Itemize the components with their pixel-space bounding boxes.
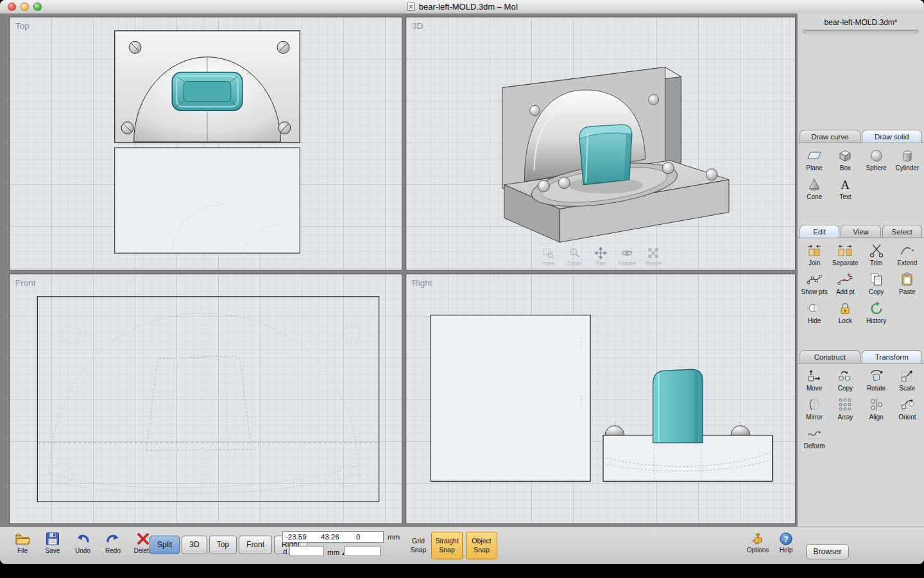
straight-snap-toggle[interactable]: Straight Snap	[431, 532, 463, 559]
tool-extend[interactable]: Extend	[892, 240, 923, 269]
mirror-icon	[806, 396, 823, 413]
tab-draw-curve[interactable]: Draw curve	[800, 130, 860, 143]
tool-copy-transform[interactable]: Copy	[830, 365, 860, 394]
tab-edit[interactable]: Edit	[800, 225, 839, 238]
viewport-front[interactable]: Front	[9, 274, 402, 524]
file-tools: File Save Undo Redo Delete	[9, 530, 157, 554]
save-button[interactable]: Save	[39, 530, 66, 554]
units-label: mm	[388, 533, 400, 541]
view-navigation-controls: Area Zoom Pan Rotate Reset	[536, 247, 665, 267]
rotate-view-icon	[620, 247, 633, 259]
tool-mirror[interactable]: Mirror	[799, 394, 830, 423]
distance-input[interactable]	[289, 546, 324, 556]
history-icon	[868, 300, 885, 317]
tool-move[interactable]: Move	[799, 365, 830, 394]
tab-draw-solid[interactable]: Draw solid	[862, 130, 923, 143]
tool-align[interactable]: Align	[861, 394, 892, 423]
options-button[interactable]: Options	[744, 531, 771, 554]
three-d-view-drawing	[406, 17, 795, 270]
box-icon	[837, 147, 853, 164]
view-button-split[interactable]: Split	[150, 536, 180, 554]
tool-box[interactable]: Box	[830, 145, 860, 174]
undo-icon	[74, 530, 91, 547]
tool-deform[interactable]: Deform	[799, 423, 830, 452]
coord-z: 0	[356, 533, 379, 541]
tool-array[interactable]: Array	[830, 394, 860, 423]
area-control[interactable]: Area	[536, 247, 560, 267]
tool-separate[interactable]: Separate	[830, 240, 860, 269]
viewport-3d[interactable]: 3D Area Zoom Pan Rotate	[406, 17, 796, 270]
reset-icon	[647, 247, 660, 259]
plane-icon	[806, 147, 823, 164]
object-snap-toggle[interactable]: Object Snap	[466, 532, 497, 559]
titlebar: bear-left-MOLD.3dm – MoI	[0, 0, 924, 14]
tool-scale[interactable]: Scale	[892, 365, 923, 394]
tool-trim[interactable]: Trim	[861, 240, 892, 269]
tool-rotate[interactable]: Rotate	[861, 365, 892, 394]
draw-tab-bar: Draw curve Draw solid	[798, 130, 924, 143]
coordinate-readout[interactable]: -23.59 43.26 0	[282, 531, 384, 543]
sidebar-gap	[798, 329, 924, 350]
viewport-top[interactable]: Top	[9, 17, 402, 270]
view-button-front[interactable]: Front	[239, 536, 272, 554]
tab-construct[interactable]: Construct	[800, 350, 860, 363]
redo-button[interactable]: Redo	[99, 530, 126, 554]
tab-view[interactable]: View	[841, 225, 880, 238]
area-icon	[542, 247, 554, 259]
tool-sphere[interactable]: Sphere	[861, 145, 892, 174]
text-icon: A	[837, 176, 853, 193]
cone-icon	[806, 176, 823, 193]
zoom-icon	[568, 247, 581, 259]
tool-history[interactable]: History	[861, 298, 892, 327]
pan-control[interactable]: Pan	[588, 247, 613, 267]
document-title: bear-left-MOLD.3dm*	[798, 13, 924, 30]
tab-select[interactable]: Select	[882, 225, 922, 238]
help-button[interactable]: ? Help	[773, 531, 800, 554]
reset-control[interactable]: Reset	[641, 247, 665, 267]
tool-cone[interactable]: Cone	[799, 174, 830, 203]
tool-hide[interactable]: Hide	[799, 298, 830, 327]
view-button-3d[interactable]: 3D	[182, 536, 207, 554]
tool-show-pts[interactable]: Show pts	[799, 269, 830, 298]
tool-add-pt[interactable]: Add pt	[830, 269, 860, 298]
undo-button[interactable]: Undo	[69, 530, 96, 554]
distance-label: d	[283, 548, 287, 556]
angle-input[interactable]	[344, 546, 381, 556]
close-window-button[interactable]	[8, 3, 16, 11]
tool-orient[interactable]: Orient	[892, 394, 923, 423]
cylinder-icon	[899, 147, 916, 164]
front-view-drawing	[10, 274, 402, 523]
copy-transform-icon	[837, 367, 853, 384]
tool-plane[interactable]: Plane	[799, 145, 830, 174]
viewport-front-label: Front	[15, 278, 36, 288]
viewport-right-label: Right	[412, 278, 432, 288]
right-tools: Options ? Help	[744, 531, 800, 554]
viewport-top-label: Top	[15, 21, 30, 31]
grid-snap-toggle[interactable]: Grid Snap	[406, 537, 431, 554]
viewport-3d-label: 3D	[412, 21, 423, 31]
rotate-icon	[868, 367, 885, 384]
app-window: bear-left-MOLD.3dm – MoI	[0, 0, 924, 564]
browser-button[interactable]: Browser	[806, 544, 849, 559]
zoom-control[interactable]: Zoom	[562, 247, 586, 267]
tab-transform[interactable]: Transform	[862, 350, 923, 363]
zoom-window-button[interactable]	[33, 3, 42, 11]
tool-join[interactable]: Join	[799, 240, 830, 269]
tool-copy[interactable]: Copy	[861, 269, 892, 298]
minimize-window-button[interactable]	[21, 3, 29, 11]
tool-lock[interactable]: Lock	[830, 298, 860, 327]
tool-cylinder[interactable]: Cylinder	[892, 145, 923, 174]
tool-paste[interactable]: Paste	[892, 269, 923, 298]
file-button[interactable]: File	[9, 530, 36, 554]
svg-text:?: ?	[783, 534, 789, 544]
command-options-area	[798, 33, 924, 130]
window-controls	[8, 3, 42, 11]
coord-y: 43.26	[321, 533, 356, 541]
viewport-right[interactable]: Right	[406, 274, 796, 524]
view-button-top[interactable]: Top	[209, 536, 237, 554]
top-view-drawing	[10, 17, 402, 270]
rotate-control[interactable]: Rotate	[615, 247, 639, 267]
window-title-group: bear-left-MOLD.3dm – MoI	[406, 2, 518, 12]
tool-text[interactable]: A Text	[830, 174, 860, 203]
construct-tab-bar: Construct Transform	[798, 350, 924, 363]
